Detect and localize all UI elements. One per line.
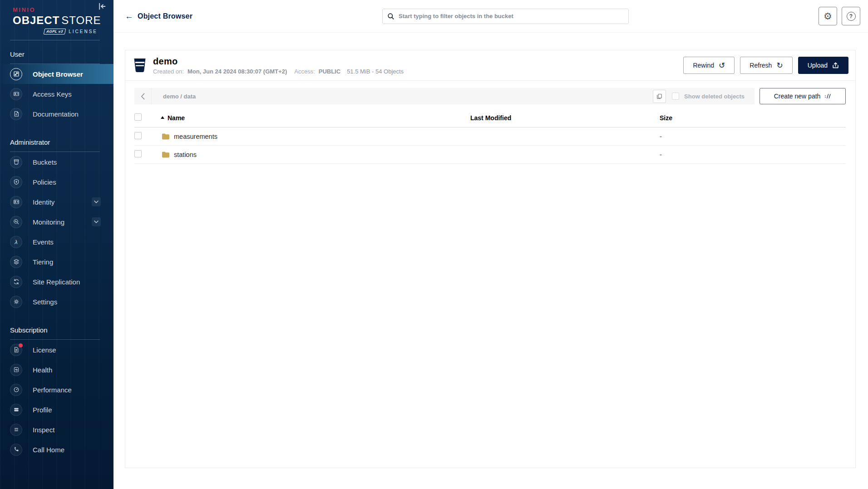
sidebar-item-label: Settings xyxy=(33,298,57,306)
sidebar-item-label: Performance xyxy=(33,386,72,394)
search-icon xyxy=(387,13,395,20)
sidebar-item-label: Inspect xyxy=(33,426,54,434)
sort-ascending-icon xyxy=(161,116,164,119)
sidebar-item-label: Documentation xyxy=(33,110,79,118)
section-label: Subscription xyxy=(0,326,113,334)
identity-icon xyxy=(10,196,22,208)
sidebar-item-site-replication[interactable]: Site Replication xyxy=(0,272,113,292)
profile-icon xyxy=(10,404,22,416)
sidebar-item-health[interactable]: Health xyxy=(0,360,113,380)
object-name[interactable]: stations xyxy=(174,151,197,158)
sidebar-item-inspect[interactable]: Inspect xyxy=(0,420,113,440)
object-last-modified xyxy=(470,127,660,146)
object-filter-search[interactable] xyxy=(382,9,629,24)
bucket-name: demo xyxy=(153,56,404,67)
sidebar-item-label: Object Browser xyxy=(33,70,83,78)
performance-gauge-icon xyxy=(10,384,22,396)
object-size: - xyxy=(660,127,846,146)
search-input[interactable] xyxy=(399,13,624,20)
sidebar-item-license[interactable]: License xyxy=(0,340,113,360)
agpl-badge: AGPL v3 xyxy=(43,29,65,34)
sidebar-section-subscription: Subscription License Health xyxy=(0,326,113,460)
upload-button[interactable]: Upload xyxy=(798,57,848,74)
sidebar: MINIO OBJECTSTORE AGPL v3 LICENSE User O… xyxy=(0,0,113,489)
inspect-icon xyxy=(10,424,22,436)
access-label: Access: xyxy=(294,68,315,75)
path-back-chevron-icon[interactable] xyxy=(134,88,152,104)
rewind-button[interactable]: Rewind ↺ xyxy=(683,57,735,74)
chevron-down-icon[interactable] xyxy=(92,217,101,226)
sidebar-item-performance[interactable]: Performance xyxy=(0,380,113,400)
sidebar-item-call-home[interactable]: Call Home xyxy=(0,440,113,460)
object-browser-icon xyxy=(10,68,22,80)
new-path-icon xyxy=(824,93,831,99)
path-toolbar: demo / data Show deleted objects Create … xyxy=(134,88,846,104)
show-deleted-checkbox[interactable] xyxy=(672,93,679,100)
bucket-usage: 51.5 MiB - 54 Objects xyxy=(347,68,404,75)
table-row[interactable]: measurements - xyxy=(134,127,846,146)
bucket-actions: Rewind ↺ Refresh ↻ Upload xyxy=(683,57,848,74)
sidebar-item-label: Tiering xyxy=(33,258,53,266)
bucket-title-block: demo Created on: Mon, Jun 24 2024 08:30:… xyxy=(153,56,404,75)
create-new-path-button[interactable]: Create new path xyxy=(760,88,846,104)
folder-icon xyxy=(162,133,170,140)
sidebar-item-label: Buckets xyxy=(33,158,57,166)
sidebar-section-administrator: Administrator Buckets Policies xyxy=(0,138,113,312)
breadcrumb[interactable]: demo / data xyxy=(152,93,653,100)
show-deleted-label: Show deleted objects xyxy=(684,93,745,100)
sidebar-item-object-browser[interactable]: Object Browser xyxy=(0,64,113,84)
table-row[interactable]: stations - xyxy=(134,146,846,164)
chevron-down-icon[interactable] xyxy=(92,197,101,206)
sidebar-item-label: Call Home xyxy=(33,446,64,454)
sidebar-item-monitoring[interactable]: Monitoring xyxy=(0,212,113,232)
access-keys-icon xyxy=(10,88,22,100)
license-word: LICENSE xyxy=(69,29,98,34)
row-checkbox[interactable] xyxy=(134,150,142,157)
settings-button[interactable]: ⚙ xyxy=(819,7,837,25)
sidebar-item-label: Site Replication xyxy=(33,278,80,286)
folder-icon xyxy=(162,151,170,158)
row-checkbox[interactable] xyxy=(134,132,142,139)
collapse-sidebar-icon[interactable] xyxy=(98,3,107,11)
object-name[interactable]: measurements xyxy=(174,133,217,140)
object-size: - xyxy=(660,146,846,164)
sidebar-section-user: User Object Browser Access Keys xyxy=(0,50,113,124)
copy-path-button[interactable] xyxy=(653,90,666,103)
sidebar-item-label: Events xyxy=(33,238,54,246)
product-name: OBJECTSTORE xyxy=(13,14,98,27)
sidebar-item-profile[interactable]: Profile xyxy=(0,400,113,420)
refresh-icon: ↻ xyxy=(776,62,783,69)
back-arrow-icon[interactable]: ← xyxy=(125,11,133,21)
sidebar-item-identity[interactable]: Identity xyxy=(0,192,113,212)
sidebar-item-documentation[interactable]: Documentation xyxy=(0,104,113,124)
bucket-header: demo Created on: Mon, Jun 24 2024 08:30:… xyxy=(125,50,855,81)
sidebar-item-buckets[interactable]: Buckets xyxy=(0,152,113,172)
column-header-name[interactable]: Name xyxy=(154,111,470,127)
column-header-last-modified[interactable]: Last Modified xyxy=(470,111,660,127)
section-label: User xyxy=(0,50,113,58)
help-icon: ? xyxy=(847,12,856,21)
sidebar-item-tiering[interactable]: Tiering xyxy=(0,252,113,272)
created-label: Created on: xyxy=(153,68,184,75)
sidebar-item-policies[interactable]: Policies xyxy=(0,172,113,192)
health-icon xyxy=(10,364,22,376)
license-alert-badge xyxy=(19,343,23,347)
sidebar-item-settings[interactable]: Settings xyxy=(0,292,113,312)
upload-icon xyxy=(832,62,839,69)
buckets-icon xyxy=(10,156,22,168)
sidebar-item-label: License xyxy=(33,346,56,354)
help-button[interactable]: ? xyxy=(842,7,860,25)
browser-body: demo / data Show deleted objects Create … xyxy=(125,81,855,164)
sidebar-item-access-keys[interactable]: Access Keys xyxy=(0,84,113,104)
breadcrumb-bar: demo / data Show deleted objects xyxy=(134,88,755,104)
column-header-size[interactable]: Size xyxy=(660,111,846,127)
sidebar-item-events[interactable]: λ Events xyxy=(0,232,113,252)
main-area: ← Object Browser ⚙ ? demo xyxy=(113,0,868,489)
refresh-button[interactable]: Refresh ↻ xyxy=(740,57,792,74)
section-label: Administrator xyxy=(0,138,113,146)
select-all-checkbox[interactable] xyxy=(134,113,142,121)
sidebar-item-label: Profile xyxy=(33,406,52,414)
license-icon xyxy=(10,344,22,356)
logo-divider xyxy=(10,40,100,40)
minio-logo: MINIO OBJECTSTORE AGPL v3 LICENSE xyxy=(0,0,98,34)
